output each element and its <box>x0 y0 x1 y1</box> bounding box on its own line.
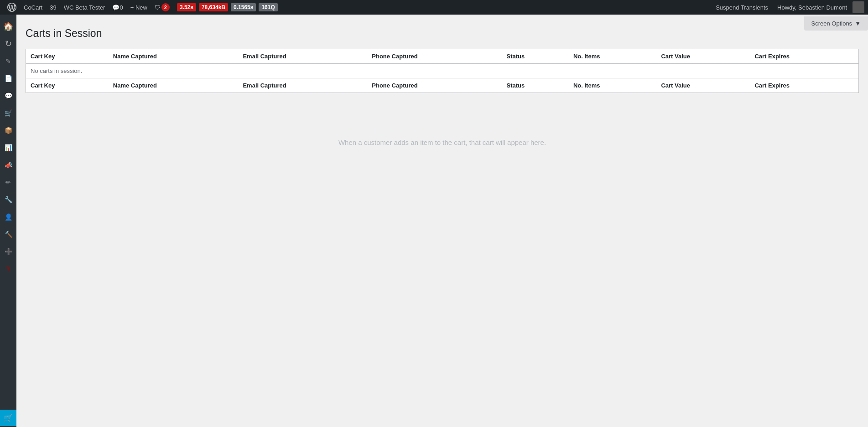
screen-options-button[interactable]: Screen Options ▼ <box>804 16 868 31</box>
debug-memory: 78,634kB <box>199 3 228 11</box>
debug-info[interactable]: 3.52s 78,634kB 0.1565s 161Q <box>173 0 282 15</box>
col-cart-value: Cart Value <box>656 49 750 64</box>
sidebar-item-analytics[interactable]: 📊 <box>0 139 16 156</box>
table-footer-row: Cart Key Name Captured Email Captured Ph… <box>26 78 859 93</box>
page-title: Carts in Session <box>26 27 859 40</box>
debug-time2: 0.1565s <box>231 3 256 11</box>
sidebar-item-posts[interactable]: ✎ <box>0 53 16 69</box>
main-content: Carts in Session Cart Key Name Captured … <box>16 15 868 427</box>
sidebar-item-pages[interactable]: 📄 <box>0 70 16 87</box>
new-content[interactable]: + New <box>127 0 151 15</box>
sidebar-item-marketing[interactable]: 📣 <box>0 157 16 173</box>
foot-no-items: No. Items <box>569 78 657 93</box>
col-cart-key: Cart Key <box>26 49 109 64</box>
no-carts-message: No carts in session. <box>26 64 859 78</box>
comments[interactable]: 💬 0 <box>109 0 126 15</box>
beta-tester[interactable]: WC Beta Tester <box>60 0 109 15</box>
table-header-row: Cart Key Name Captured Email Captured Ph… <box>26 49 859 64</box>
empty-state-message: When a customer adds an item to the cart… <box>26 129 859 155</box>
carts-table: Cart Key Name Captured Email Captured Ph… <box>26 49 859 93</box>
chevron-down-icon: ▼ <box>855 20 861 27</box>
col-name-captured: Name Captured <box>109 49 239 64</box>
sidebar-item-woocommerce[interactable]: 🛒 <box>0 105 16 121</box>
sidebar-item-updates[interactable]: ↻ <box>0 36 16 52</box>
sidebar-item-cocart[interactable]: ✏ <box>0 174 16 190</box>
debug-queries: 161Q <box>259 3 277 11</box>
sidebar-item-yoast[interactable]: Y <box>0 261 16 277</box>
wp-logo[interactable] <box>4 0 20 15</box>
sidebar-item-comments[interactable]: 💬 <box>0 87 16 104</box>
col-no-items: No. Items <box>569 49 657 64</box>
sidebar-item-users[interactable]: 👤 <box>0 209 16 225</box>
sidebar-item-tools[interactable]: 🔧 <box>0 191 16 208</box>
site-name[interactable]: CoCart <box>20 0 46 15</box>
foot-email-captured: Email Captured <box>238 78 367 93</box>
sidebar-item-add-new[interactable]: ➕ <box>0 243 16 260</box>
foot-cart-key: Cart Key <box>26 78 109 93</box>
col-phone-captured: Phone Captured <box>367 49 502 64</box>
debug-time: 3.52s <box>177 3 196 11</box>
col-email-captured: Email Captured <box>238 49 367 64</box>
plugin-item[interactable]: 🛡 2 <box>151 0 173 15</box>
plugin-badge: 2 <box>161 3 170 11</box>
foot-cart-expires: Cart Expires <box>750 78 858 93</box>
sidebar-item-products[interactable]: 📦 <box>0 122 16 139</box>
col-status: Status <box>502 49 568 64</box>
admin-sidebar: 🏠 ↻ ✎ 📄 💬 🛒 📦 📊 📣 ✏ 🔧 👤 🔨 ➕ Y 🛒 <box>0 15 16 427</box>
sidebar-item-dashboard[interactable]: 🏠 <box>0 18 16 35</box>
foot-cart-value: Cart Value <box>656 78 750 93</box>
admin-bar: CoCart 39 WC Beta Tester 💬 0 + New 🛡 2 3… <box>0 0 868 15</box>
foot-name-captured: Name Captured <box>109 78 239 93</box>
user-avatar[interactable] <box>852 1 864 13</box>
suspend-transients[interactable]: Suspend Transients <box>712 0 772 15</box>
foot-status: Status <box>502 78 568 93</box>
col-cart-expires: Cart Expires <box>750 49 858 64</box>
foot-phone-captured: Phone Captured <box>367 78 502 93</box>
sidebar-item-settings[interactable]: 🔨 <box>0 226 16 242</box>
updates-count[interactable]: 39 <box>46 0 60 15</box>
no-carts-row: No carts in session. <box>26 64 859 78</box>
howdy-user[interactable]: Howdy, Sebastien Dumont <box>774 0 851 15</box>
sidebar-item-cart-active[interactable]: 🛒 <box>0 410 16 426</box>
